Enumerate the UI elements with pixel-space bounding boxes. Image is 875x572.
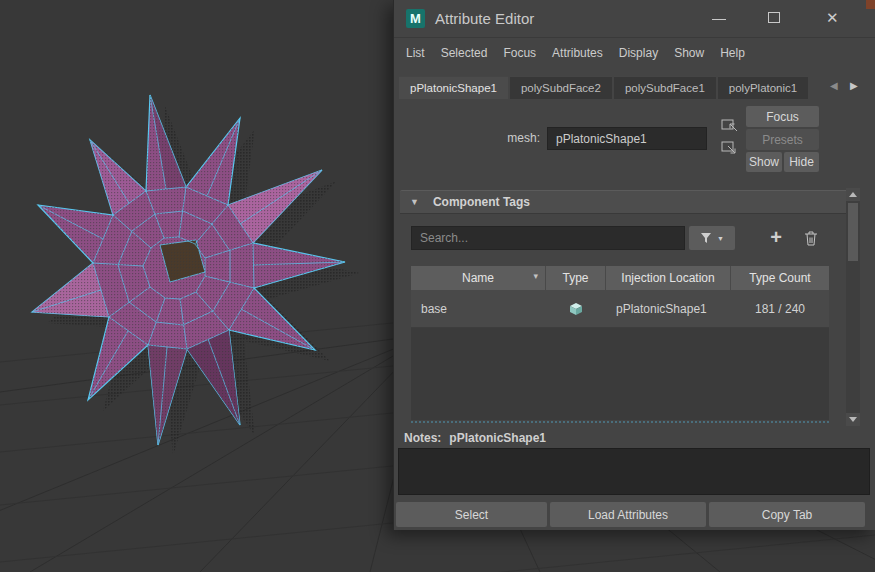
menu-selected[interactable]: Selected bbox=[441, 46, 488, 60]
component-tags-title: Component Tags bbox=[433, 195, 530, 209]
tab-scroll-left-icon[interactable]: ◀ bbox=[830, 80, 838, 91]
load-attributes-button[interactable]: Load Attributes bbox=[550, 502, 706, 527]
menu-help[interactable]: Help bbox=[720, 46, 745, 60]
notes-header: Notes: pPlatonicShape1 bbox=[404, 431, 546, 445]
filter-caret-icon: ▼ bbox=[717, 235, 724, 242]
table-header-row: Name ▾ Type Injection Location Type Coun… bbox=[411, 266, 829, 290]
scrollbar-thumb[interactable] bbox=[848, 203, 858, 261]
viewport-object[interactable] bbox=[32, 95, 360, 456]
tab-scroll-right-icon[interactable]: ▶ bbox=[850, 80, 858, 91]
filter-button[interactable]: ▼ bbox=[689, 226, 735, 250]
menubar: List Selected Focus Attributes Display S… bbox=[394, 40, 875, 66]
focus-button[interactable]: Focus bbox=[746, 106, 819, 127]
maximize-icon[interactable] bbox=[768, 12, 780, 23]
window-titlebar[interactable]: M Attribute Editor ✕ bbox=[394, 0, 875, 38]
notes-textarea[interactable] bbox=[398, 448, 870, 495]
column-header-injection-location[interactable]: Injection Location bbox=[606, 266, 731, 290]
collapse-triangle-icon[interactable]: ▼ bbox=[410, 197, 419, 207]
popout-attributes-icon[interactable] bbox=[718, 139, 740, 157]
tabstrip: pPlatonicShape1 polySubdFace2 polySubdFa… bbox=[399, 76, 808, 99]
component-tags-header[interactable]: ▼ Component Tags bbox=[400, 190, 848, 214]
tab-polysubdface1[interactable]: polySubdFace1 bbox=[614, 76, 716, 99]
tag-type-count-cell: 181 / 240 bbox=[731, 290, 829, 327]
menu-attributes[interactable]: Attributes bbox=[552, 46, 603, 60]
popout-out-icon bbox=[719, 140, 739, 156]
tab-pplatonicshape1[interactable]: pPlatonicShape1 bbox=[399, 76, 508, 99]
notes-node-name: pPlatonicShape1 bbox=[449, 431, 546, 445]
scroll-down-button[interactable] bbox=[846, 413, 860, 426]
menu-display[interactable]: Display bbox=[619, 46, 658, 60]
menu-show[interactable]: Show bbox=[674, 46, 704, 60]
column-header-type-count[interactable]: Type Count bbox=[731, 266, 829, 290]
filter-funnel-icon bbox=[700, 232, 712, 244]
menu-focus[interactable]: Focus bbox=[503, 46, 536, 60]
hide-button[interactable]: Hide bbox=[784, 152, 819, 172]
menu-list[interactable]: List bbox=[406, 46, 425, 60]
attribute-editor-window: M Attribute Editor ✕ List Selected Focus… bbox=[393, 0, 875, 530]
popout-in-icon bbox=[719, 117, 739, 133]
column-header-name[interactable]: Name ▾ bbox=[411, 266, 546, 290]
tab-polysubdface2[interactable]: polySubdFace2 bbox=[510, 76, 612, 99]
delete-tag-button[interactable] bbox=[799, 226, 823, 250]
select-button[interactable]: Select bbox=[396, 502, 547, 527]
component-tags-table: Name ▾ Type Injection Location Type Coun… bbox=[411, 266, 829, 420]
maya-app-icon: M bbox=[406, 9, 425, 28]
tab-polyplatonic1[interactable]: polyPlatonic1 bbox=[718, 76, 808, 99]
mesh-cube-icon bbox=[568, 301, 584, 317]
vertical-scrollbar[interactable] bbox=[846, 188, 860, 426]
presets-button[interactable]: Presets bbox=[746, 129, 819, 150]
scroll-up-button[interactable] bbox=[846, 188, 860, 201]
table-empty-area bbox=[411, 328, 829, 420]
pin-attributes-icon[interactable] bbox=[718, 116, 740, 134]
background-window-sliver bbox=[866, 0, 875, 9]
splitter-dotted-handle[interactable] bbox=[411, 421, 829, 423]
table-row[interactable]: base pPlatonicShape1 181 / 240 bbox=[411, 290, 829, 328]
show-button[interactable]: Show bbox=[746, 152, 782, 172]
mesh-label: mesh: bbox=[394, 131, 540, 145]
column-header-type[interactable]: Type bbox=[546, 266, 606, 290]
add-tag-button[interactable]: + bbox=[763, 224, 789, 250]
search-input[interactable] bbox=[411, 226, 685, 250]
copy-tab-button[interactable]: Copy Tab bbox=[709, 502, 865, 527]
window-title: Attribute Editor bbox=[435, 10, 534, 27]
tag-injection-location-cell: pPlatonicShape1 bbox=[606, 290, 731, 327]
notes-label: Notes: bbox=[404, 431, 441, 445]
sort-icon: ▾ bbox=[533, 271, 538, 281]
scroll-down-icon bbox=[849, 417, 857, 422]
scroll-up-icon bbox=[849, 192, 857, 197]
mesh-name-input[interactable] bbox=[547, 127, 707, 150]
tag-type-cell bbox=[546, 290, 606, 327]
minimize-icon[interactable] bbox=[712, 19, 726, 20]
tag-name-cell: base bbox=[411, 290, 546, 327]
name-header-label: Name bbox=[462, 271, 494, 285]
close-icon[interactable]: ✕ bbox=[826, 9, 839, 27]
trash-icon bbox=[804, 230, 818, 246]
